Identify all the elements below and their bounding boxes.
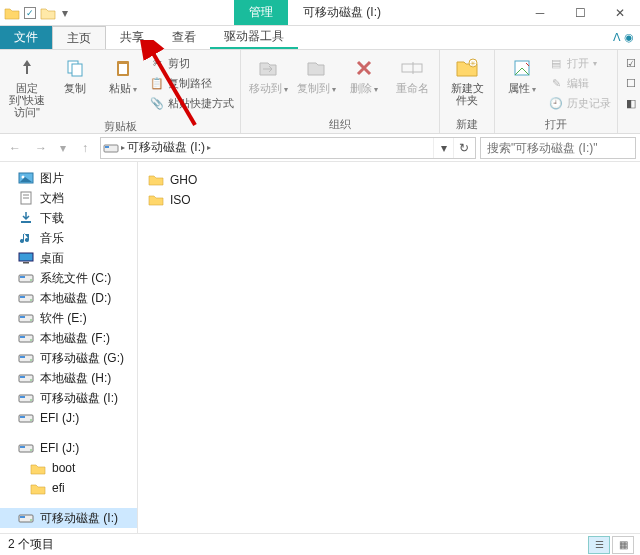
delete-icon bbox=[352, 56, 376, 80]
documents-icon bbox=[18, 191, 34, 205]
select-all-icon: ☑ bbox=[624, 56, 638, 70]
svg-rect-1 bbox=[72, 64, 82, 76]
tree-item[interactable]: 本地磁盘 (D:) bbox=[0, 288, 137, 308]
tree-item[interactable]: boot bbox=[0, 458, 137, 478]
svg-rect-18 bbox=[19, 253, 33, 261]
tree-item[interactable]: 桌面 bbox=[0, 248, 137, 268]
tree-item-label: efi bbox=[52, 481, 65, 495]
properties-button[interactable]: 属性 bbox=[501, 52, 543, 96]
nav-up-button[interactable]: ↑ bbox=[74, 137, 96, 159]
file-item[interactable]: ISO bbox=[148, 190, 630, 210]
tab-share[interactable]: 共享 bbox=[106, 26, 158, 49]
history-button[interactable]: 🕘历史记录 bbox=[549, 94, 611, 112]
tree-item[interactable]: 音乐 bbox=[0, 228, 137, 248]
help-collapse-icon[interactable]: ᐱ ◉ bbox=[613, 26, 634, 49]
invert-selection-button[interactable]: ◧反向选择 bbox=[624, 94, 640, 112]
tree-item-label: 本地磁盘 (H:) bbox=[40, 370, 111, 387]
view-icons-button[interactable]: ▦ bbox=[612, 536, 634, 554]
file-item[interactable]: GHO bbox=[148, 170, 630, 190]
tree-item[interactable]: 文档 bbox=[0, 188, 137, 208]
folder-icon bbox=[148, 173, 164, 187]
tab-file[interactable]: 文件 bbox=[0, 26, 52, 49]
svg-rect-11 bbox=[105, 146, 109, 148]
nav-forward-button[interactable]: → bbox=[30, 137, 52, 159]
copy-button[interactable]: 复制 bbox=[54, 52, 96, 94]
file-name: ISO bbox=[170, 193, 191, 207]
tree-item-label: 图片 bbox=[40, 170, 64, 187]
paste-shortcut-button[interactable]: 📎粘贴快捷方式 bbox=[150, 94, 234, 112]
nav-tree[interactable]: 图片文档下载音乐桌面系统文件 (C:)本地磁盘 (D:)软件 (E:)本地磁盘 … bbox=[0, 162, 138, 533]
tree-item[interactable]: EFI (J:) bbox=[0, 438, 137, 458]
contextual-tab-label: 管理 bbox=[234, 0, 288, 25]
tree-item[interactable]: 图片 bbox=[0, 168, 137, 188]
new-folder-icon: ✳ bbox=[455, 56, 479, 80]
tab-drive-tools[interactable]: 驱动器工具 bbox=[210, 26, 298, 49]
refresh-button[interactable]: ↻ bbox=[453, 138, 473, 158]
tree-item[interactable]: 可移动磁盘 (I:) bbox=[0, 508, 137, 528]
select-none-button[interactable]: ☐全部取消 bbox=[624, 74, 640, 92]
tree-item-label: 文档 bbox=[40, 190, 64, 207]
qat-checkbox[interactable]: ✓ bbox=[24, 7, 36, 19]
svg-rect-30 bbox=[20, 336, 25, 338]
search-box[interactable]: 🔍 bbox=[480, 137, 636, 159]
tree-item[interactable]: 系统文件 (C:) bbox=[0, 268, 137, 288]
tab-view[interactable]: 查看 bbox=[158, 26, 210, 49]
tree-item-label: 可移动磁盘 (I:) bbox=[40, 390, 118, 407]
open-icon: ▤ bbox=[549, 56, 563, 70]
minimize-button[interactable]: ─ bbox=[520, 0, 560, 25]
tree-item[interactable]: 可移动磁盘 (G:) bbox=[0, 348, 137, 368]
nav-history-button[interactable]: ▾ bbox=[56, 137, 70, 159]
tree-item[interactable]: 软件 (E:) bbox=[0, 308, 137, 328]
drive-icon bbox=[18, 291, 34, 305]
pin-quickaccess-button[interactable]: 固定到"快速访问" bbox=[6, 52, 48, 118]
edit-button[interactable]: ✎编辑 bbox=[549, 74, 611, 92]
paste-button[interactable]: 粘贴 bbox=[102, 52, 144, 96]
qat-overflow-icon[interactable]: ▾ bbox=[60, 8, 70, 18]
maximize-button[interactable]: ☐ bbox=[560, 0, 600, 25]
svg-rect-4 bbox=[402, 64, 422, 72]
desktop-icon bbox=[18, 251, 34, 265]
new-folder-button[interactable]: ✳ 新建文件夹 bbox=[446, 52, 488, 106]
cut-button[interactable]: ✂剪切 bbox=[150, 54, 234, 72]
address-bar[interactable]: ▸可移动磁盘 (I:)▸ ▾ ↻ bbox=[100, 137, 476, 159]
copy-path-button[interactable]: 📋复制路径 bbox=[150, 74, 234, 92]
svg-point-40 bbox=[30, 399, 32, 401]
rename-button[interactable]: 重命名 bbox=[391, 52, 433, 94]
svg-rect-27 bbox=[20, 316, 25, 318]
tree-item-label: 桌面 bbox=[40, 250, 64, 267]
svg-point-46 bbox=[30, 449, 32, 451]
tree-item[interactable]: efi bbox=[0, 478, 137, 498]
move-to-button[interactable]: 移动到 bbox=[247, 52, 289, 96]
select-none-icon: ☐ bbox=[624, 76, 638, 90]
drive-icon bbox=[103, 142, 119, 154]
svg-rect-19 bbox=[23, 262, 29, 264]
view-details-button[interactable]: ☰ bbox=[588, 536, 610, 554]
drive-icon bbox=[18, 271, 34, 285]
shortcut-icon: 📎 bbox=[150, 96, 164, 110]
tree-item[interactable]: 可移动磁盘 (I:) bbox=[0, 388, 137, 408]
drive-icon bbox=[18, 331, 34, 345]
address-current[interactable]: 可移动磁盘 (I:) bbox=[127, 139, 205, 156]
music-icon bbox=[18, 231, 34, 245]
tree-item[interactable]: 下载 bbox=[0, 208, 137, 228]
app-icon bbox=[4, 6, 20, 20]
address-dropdown-button[interactable]: ▾ bbox=[433, 138, 453, 158]
tree-item[interactable]: 本地磁盘 (F:) bbox=[0, 328, 137, 348]
nav-back-button[interactable]: ← bbox=[4, 137, 26, 159]
tree-item[interactable]: EFI (J:) bbox=[0, 408, 137, 428]
copy-to-button[interactable]: 复制到 bbox=[295, 52, 337, 96]
qat-open-icon[interactable] bbox=[40, 6, 56, 20]
downloads-icon bbox=[18, 211, 34, 225]
tree-item[interactable]: 本地磁盘 (H:) bbox=[0, 368, 137, 388]
search-input[interactable] bbox=[485, 140, 639, 156]
file-list[interactable]: GHOISO bbox=[138, 162, 640, 533]
close-button[interactable]: ✕ bbox=[600, 0, 640, 25]
svg-rect-21 bbox=[20, 276, 25, 278]
open-button[interactable]: ▤打开▾ bbox=[549, 54, 611, 72]
svg-point-43 bbox=[30, 419, 32, 421]
delete-button[interactable]: 删除 bbox=[343, 52, 385, 96]
select-all-button[interactable]: ☑全部选择 bbox=[624, 54, 640, 72]
tab-home[interactable]: 主页 bbox=[52, 26, 106, 49]
tree-item-label: 系统文件 (C:) bbox=[40, 270, 111, 287]
status-count: 2 个项目 bbox=[8, 536, 54, 553]
